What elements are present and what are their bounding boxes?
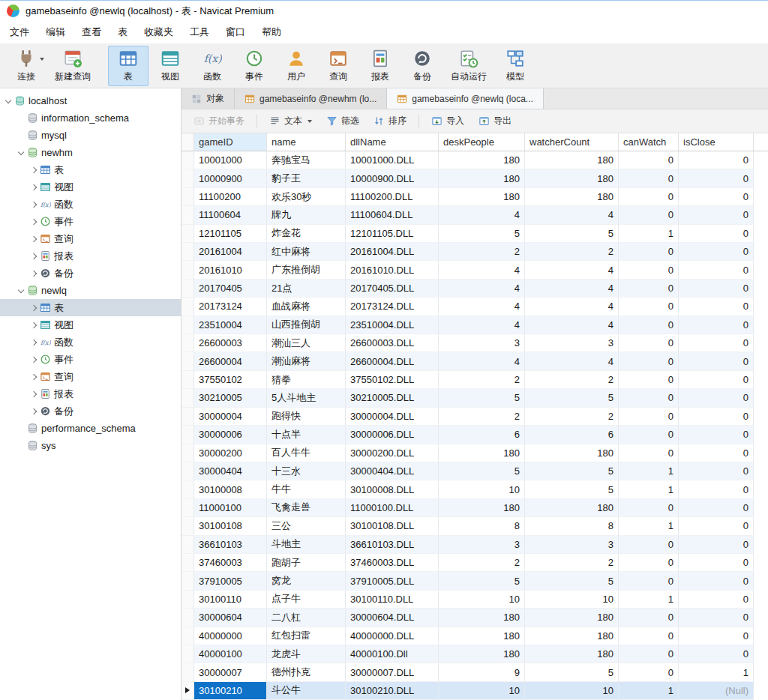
cell-canWatch[interactable]: 1 xyxy=(619,480,679,498)
table-row[interactable]: 2017040521点20170405.DLL4400 xyxy=(182,280,768,298)
cell-gameID[interactable]: 40000000 xyxy=(194,627,267,645)
cell-isClose[interactable]: 0 xyxy=(679,408,754,426)
cell-dllName[interactable]: 23510004.DLL xyxy=(346,316,439,334)
cell-deskPeople[interactable]: 4 xyxy=(439,352,525,370)
toolbar-button-function[interactable]: 函数 xyxy=(192,46,232,86)
tab-objects[interactable]: 对象 xyxy=(182,88,235,109)
expanded-chevron-icon[interactable] xyxy=(3,100,14,103)
cell-watcherCount[interactable]: 180 xyxy=(525,609,619,627)
cell-gameID[interactable]: 30100210 xyxy=(194,682,267,700)
cell-watcherCount[interactable]: 180 xyxy=(525,188,619,206)
tree-item-mysql[interactable]: mysql xyxy=(0,127,181,144)
table-row[interactable]: 30100110点子牛30100110.DLL101010 xyxy=(182,591,768,609)
cell-gameID[interactable]: 37460003 xyxy=(194,554,267,572)
cell-deskPeople[interactable]: 180 xyxy=(439,627,525,645)
table-row[interactable]: 23510004山西推倒胡23510004.DLL4400 xyxy=(182,316,768,334)
menu-item-edit[interactable]: 编辑 xyxy=(38,22,74,43)
table-row[interactable]: 30100210斗公牛30100210.DLL10101(Null) xyxy=(182,682,768,700)
cell-deskPeople[interactable]: 5 xyxy=(439,462,525,480)
cell-isClose[interactable]: 0 xyxy=(679,225,754,243)
tree-item-newlq[interactable]: newlq xyxy=(0,282,181,299)
column-header-deskPeople[interactable]: deskPeople xyxy=(439,133,525,151)
cell-deskPeople[interactable]: 180 xyxy=(439,444,525,462)
cell-dllName[interactable]: 37550102.DLL xyxy=(346,371,439,389)
cell-name[interactable]: 三公 xyxy=(267,517,346,535)
cell-deskPeople[interactable]: 10 xyxy=(439,480,525,498)
cell-dllName[interactable]: 37910005.DLL xyxy=(346,572,439,590)
cell-deskPeople[interactable]: 3 xyxy=(439,536,525,554)
cell-dllName[interactable]: 30000200.DLL xyxy=(346,444,439,462)
collapsed-chevron-icon[interactable] xyxy=(28,392,39,396)
cell-canWatch[interactable]: 0 xyxy=(619,609,679,627)
cell-dllName[interactable]: 30100108.DLL xyxy=(346,517,439,535)
cell-dllName[interactable]: 30000404.DLL xyxy=(346,462,439,480)
table-row[interactable]: 26600003潮汕三人26600003.DLL3300 xyxy=(182,334,768,352)
toolbar-button-query[interactable]: 查询 xyxy=(318,46,358,86)
cell-name[interactable]: 龙虎斗 xyxy=(267,645,346,663)
cell-canWatch[interactable]: 0 xyxy=(619,151,679,169)
cell-watcherCount[interactable]: 8 xyxy=(525,517,619,535)
cell-deskPeople[interactable]: 4 xyxy=(439,316,525,334)
cell-watcherCount[interactable]: 10 xyxy=(525,682,619,700)
cell-gameID[interactable]: 30100008 xyxy=(194,480,267,498)
cell-deskPeople[interactable]: 180 xyxy=(439,499,525,517)
cell-isClose[interactable]: 0 xyxy=(679,499,754,517)
cell-deskPeople[interactable]: 4 xyxy=(439,261,525,279)
tree-item-newlq-functions[interactable]: 函数 xyxy=(0,334,181,351)
cell-watcherCount[interactable]: 4 xyxy=(525,352,619,370)
menu-item-view[interactable]: 查看 xyxy=(74,22,110,43)
cell-gameID[interactable]: 26600004 xyxy=(194,352,267,370)
cell-canWatch[interactable]: 1 xyxy=(619,225,679,243)
cell-name[interactable]: 跑得快 xyxy=(267,408,346,426)
column-header-watcherCount[interactable]: watcherCount xyxy=(525,133,619,151)
cell-watcherCount[interactable]: 180 xyxy=(525,444,619,462)
cell-dllName[interactable]: 20173124.DLL xyxy=(346,298,439,316)
cell-name[interactable]: 炸金花 xyxy=(267,225,346,243)
menu-item-help[interactable]: 帮助 xyxy=(254,22,290,43)
tree-item-sys[interactable]: sys xyxy=(0,437,181,454)
menu-item-file[interactable]: 文件 xyxy=(2,22,38,43)
collapsed-chevron-icon[interactable] xyxy=(28,202,39,207)
cell-dllName[interactable]: 20161010.DLL xyxy=(346,261,439,279)
cell-dllName[interactable]: 37460003.DLL xyxy=(346,554,439,572)
cell-gameID[interactable]: 30000200 xyxy=(194,444,267,462)
table-row[interactable]: 11100200欢乐30秒11100200.DLL18018000 xyxy=(182,188,768,206)
cell-name[interactable]: 窝龙 xyxy=(267,572,346,590)
cell-watcherCount[interactable]: 6 xyxy=(525,426,619,444)
grid-toolbar-text-mode[interactable]: 文本 xyxy=(263,112,318,130)
toolbar-button-event[interactable]: 事件 xyxy=(234,46,274,86)
cell-watcherCount[interactable]: 4 xyxy=(525,316,619,334)
cell-isClose[interactable]: 0 xyxy=(679,188,754,206)
cell-deskPeople[interactable]: 6 xyxy=(439,426,525,444)
toolbar-button-user[interactable]: 用户 xyxy=(276,46,316,86)
cell-deskPeople[interactable]: 5 xyxy=(439,389,525,407)
cell-watcherCount[interactable]: 3 xyxy=(525,536,619,554)
cell-watcherCount[interactable]: 2 xyxy=(525,408,619,426)
table-row[interactable]: 40000100龙虎斗40000100.Dll18018000 xyxy=(182,645,768,663)
cell-watcherCount[interactable]: 10 xyxy=(525,591,619,609)
tree-item-newhm-backups[interactable]: 备份 xyxy=(0,265,181,282)
cell-name[interactable]: 德州扑克 xyxy=(267,663,346,681)
grid-toolbar-export[interactable]: 导出 xyxy=(472,112,518,130)
cell-watcherCount[interactable]: 180 xyxy=(525,499,619,517)
cell-isClose[interactable]: (Null) xyxy=(679,682,754,700)
table-row[interactable]: 30100108三公30100108.DLL8810 xyxy=(182,517,768,535)
cell-dllName[interactable]: 30000604.DLL xyxy=(346,609,439,627)
cell-canWatch[interactable]: 0 xyxy=(619,371,679,389)
cell-name[interactable]: 欢乐30秒 xyxy=(267,188,346,206)
cell-watcherCount[interactable]: 180 xyxy=(525,627,619,645)
cell-canWatch[interactable]: 1 xyxy=(619,682,679,700)
cell-canWatch[interactable]: 0 xyxy=(619,389,679,407)
menu-item-window[interactable]: 窗口 xyxy=(218,22,254,43)
cell-dllName[interactable]: 11100604.DLL xyxy=(346,206,439,224)
cell-name[interactable]: 广东推倒胡 xyxy=(267,261,346,279)
cell-deskPeople[interactable]: 180 xyxy=(439,609,525,627)
cell-deskPeople[interactable]: 4 xyxy=(439,280,525,298)
menu-item-favorites[interactable]: 收藏夹 xyxy=(136,22,182,43)
cell-gameID[interactable]: 36610103 xyxy=(194,536,267,554)
cell-watcherCount[interactable]: 5 xyxy=(525,225,619,243)
cell-watcherCount[interactable]: 5 xyxy=(525,480,619,498)
cell-gameID[interactable]: 23510004 xyxy=(194,316,267,334)
cell-dllName[interactable]: 36610103.DLL xyxy=(346,536,439,554)
cell-watcherCount[interactable]: 4 xyxy=(525,298,619,316)
